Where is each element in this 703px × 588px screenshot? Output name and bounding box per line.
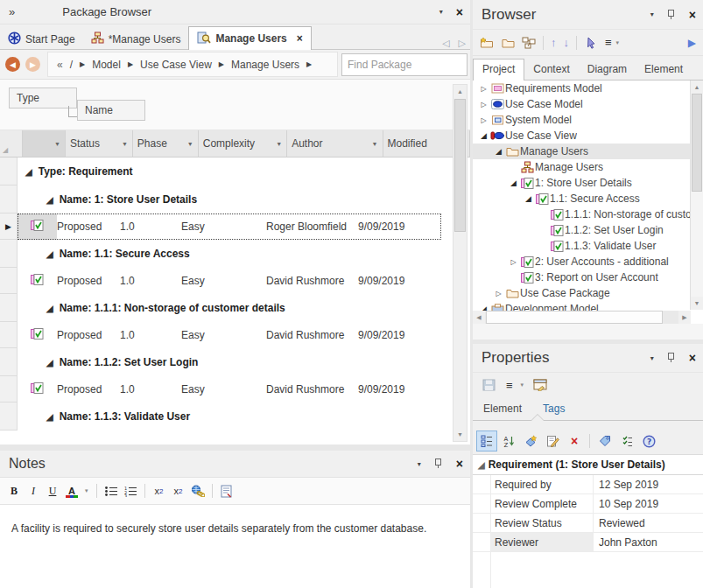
tab-start-page[interactable]: Start Page (0, 29, 83, 49)
table-row[interactable]: ▶ Proposed 1.0 Easy Roger Bloomfield 9/0… (0, 214, 470, 240)
save-icon[interactable] (478, 374, 499, 396)
tree-item-manage-users-package[interactable]: ◢Manage Users (473, 144, 703, 159)
menu-icon[interactable]: ≡ (601, 36, 614, 49)
checklist-icon[interactable] (616, 430, 637, 452)
tree-item-use-case-package[interactable]: ▷Use Case Package (473, 285, 703, 301)
expand-icon[interactable]: ▷ (478, 101, 489, 108)
scroll-down-icon[interactable]: ▼ (691, 297, 703, 310)
table-vertical-scrollbar[interactable]: ▲ ▼ (453, 84, 467, 442)
tree-item-set-user-login[interactable]: 1.1.2: Set User Login (473, 222, 703, 238)
group-row-name-1-1[interactable]: ◢ Name: 1.1: Secure Access (0, 240, 470, 268)
tree-item-validate-user[interactable]: 1.1.3: Validate User (473, 238, 703, 254)
menu-icon[interactable]: ≡ (503, 379, 515, 392)
row-gutter-cell[interactable] (0, 322, 18, 348)
expand-icon[interactable]: ▷ (478, 116, 489, 124)
expand-icon[interactable]: ▷ (478, 85, 489, 93)
row-body[interactable]: Proposed 1.0 Easy David Rushmore 9/09/20… (18, 322, 441, 348)
row-gutter-cell[interactable] (0, 402, 18, 430)
tree-item-report-on-user-account[interactable]: 3: Report on User Account (473, 270, 703, 285)
table-row[interactable]: Proposed 1.0 Easy David Rushmore 9/09/20… (0, 322, 470, 348)
tree-item-manage-users-diagram[interactable]: Manage Users (473, 159, 703, 175)
crumb-model[interactable]: Model (88, 59, 124, 71)
row-gutter-cell[interactable] (0, 294, 18, 322)
panel-menu-icon[interactable]: ▾ (433, 8, 449, 16)
panel-menu-icon[interactable]: ▾ (644, 354, 660, 362)
numbered-list-icon[interactable]: 123 (122, 482, 139, 500)
tree-item-secure-access[interactable]: ◢1.1: Secure Access (473, 191, 703, 206)
bold-button[interactable]: B (5, 482, 23, 500)
header-author[interactable]: Author▼ (287, 130, 383, 157)
close-tab-icon[interactable]: × (297, 32, 303, 45)
crumb-use-case-view[interactable]: Use Case View (137, 59, 215, 71)
superscript-icon[interactable]: x2 (151, 482, 168, 500)
folder-icon[interactable] (497, 32, 518, 53)
pin-icon[interactable] (434, 458, 442, 469)
font-color-dropdown-icon[interactable]: ▾ (82, 487, 91, 494)
group-row-name-1-1-2[interactable]: ◢ Name: 1.1.2: Set User Login (0, 348, 470, 376)
row-gutter-cell[interactable] (0, 186, 18, 214)
tree-item-non-storage[interactable]: 1.1.1: Non-storage of customer details (473, 206, 703, 222)
tab-scroll-right-icon[interactable]: ▷ (454, 38, 470, 49)
close-icon[interactable]: × (682, 351, 703, 365)
crumb-separator-icon[interactable]: ▶ (76, 60, 88, 68)
tag-row-reviewer[interactable]: Reviewer John Paxton (473, 533, 703, 552)
group-row-type-requirement[interactable]: ◢ Type: Requirement (0, 158, 470, 186)
filter-dropdown-icon[interactable]: ▼ (187, 141, 193, 147)
collapse-group-icon[interactable]: ◢ (478, 460, 485, 470)
group-chip-type[interactable]: Type (9, 88, 77, 108)
collapse-icon[interactable]: ◢ (508, 178, 519, 187)
edit-tag-icon[interactable] (542, 430, 563, 452)
tree-item-use-case-view[interactable]: ◢Use Case View (473, 128, 703, 144)
filter-dropdown-icon[interactable]: ▼ (122, 141, 128, 147)
tree-item-user-accounts[interactable]: ▷2: User Accounts - additional (473, 254, 703, 270)
tab-element[interactable]: Element (473, 402, 532, 415)
sort-az-icon[interactable]: AZ (498, 430, 519, 452)
note-text[interactable]: A facility is required to securely store… (0, 505, 470, 535)
scroll-up-icon[interactable]: ▲ (691, 80, 703, 94)
row-body[interactable]: Proposed 1.0 Easy David Rushmore 9/09/20… (18, 268, 441, 294)
close-icon[interactable]: × (449, 457, 470, 471)
new-note-icon[interactable] (218, 482, 236, 500)
locate-icon[interactable] (580, 32, 601, 53)
tree-horizontal-scrollbar[interactable]: ◀ ▶ (473, 311, 691, 324)
tab-manage-users-browser[interactable]: Manage Users × (188, 26, 311, 50)
header-status[interactable]: Status▼ (66, 130, 133, 157)
categorized-view-icon[interactable] (476, 430, 497, 452)
group-row-name-1[interactable]: ◢ Name: 1: Store User Details (0, 186, 470, 214)
move-up-icon[interactable]: ↑ (547, 36, 560, 49)
tree-item-requirements-model[interactable]: ▷Requirements Model (473, 80, 703, 96)
expand-icon[interactable]: ▷ (493, 290, 504, 298)
header-complexity[interactable]: Complexity▼ (199, 130, 287, 157)
tab-project[interactable]: Project (473, 59, 524, 80)
collapse-group-icon[interactable]: ◢ (46, 358, 53, 368)
tag-icon[interactable] (594, 430, 615, 452)
close-icon[interactable]: × (449, 5, 470, 19)
collapse-group-icon[interactable]: ◢ (25, 167, 32, 177)
header-phase[interactable]: Phase▼ (133, 130, 199, 157)
help-icon[interactable]: ? (638, 430, 659, 452)
table-row[interactable]: Proposed 1.0 Easy David Rushmore 9/09/20… (0, 268, 470, 294)
underline-button[interactable]: U (44, 482, 61, 500)
properties-dialog-icon[interactable] (530, 374, 551, 396)
tag-value[interactable]: Reviewed (594, 514, 703, 532)
tag-row-review-status[interactable]: Review Status Reviewed (473, 514, 703, 533)
new-tag-icon[interactable] (520, 430, 541, 452)
scroll-left-icon[interactable]: ◀ (473, 311, 485, 324)
tab-context[interactable]: Context (524, 60, 578, 80)
crumb-manage-users[interactable]: Manage Users (228, 59, 303, 71)
group-row-name-1-1-1[interactable]: ◢ Name: 1.1.1: Non-storage of customer d… (0, 294, 470, 322)
italic-button[interactable]: I (25, 482, 42, 500)
tab-diagram[interactable]: Diagram (579, 60, 636, 80)
group-row-name-1-1-3[interactable]: ◢ Name: 1.1.3: Validate User (0, 402, 470, 430)
filter-dropdown-icon[interactable]: ▼ (372, 141, 378, 147)
collapse-crumbs-icon[interactable]: « (52, 59, 67, 71)
group-chip-name[interactable]: Name (77, 100, 145, 121)
tree-item-use-case-model[interactable]: ▷Use Case Model (473, 96, 703, 112)
overflow-chevron-icon[interactable]: » (0, 5, 23, 18)
tree-item-store-user-details[interactable]: ◢1: Store User Details (473, 175, 703, 191)
tag-group-header[interactable]: ◢ Requirement (1: Store User Details) (473, 455, 703, 475)
selected-row-body[interactable]: Proposed 1.0 Easy Roger Bloomfield 9/09/… (18, 214, 441, 240)
hyperlink-icon[interactable] (189, 482, 207, 500)
tag-row-review-complete[interactable]: Review Complete 10 Sep 2019 (473, 494, 703, 514)
font-color-button[interactable]: A (63, 482, 81, 500)
